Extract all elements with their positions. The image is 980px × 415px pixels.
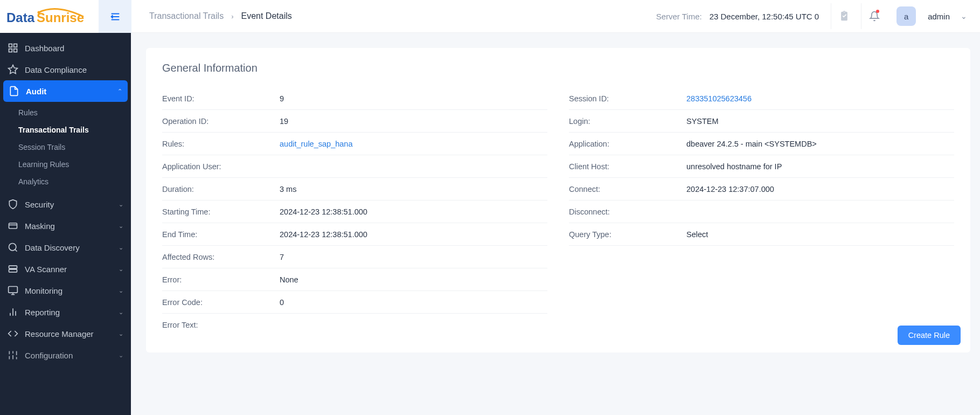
info-label: Operation ID: (162, 117, 280, 126)
sidebar-sub-learning-rules[interactable]: Learning Rules (0, 156, 131, 173)
info-row: Application:dbeaver 24.2.5 - main <SYSTE… (569, 133, 954, 155)
svg-rect-3 (9, 44, 12, 47)
scanner-icon (8, 264, 18, 274)
info-label: Login: (569, 117, 686, 126)
chevron-up-icon: ⌃ (117, 88, 122, 95)
sidebar-sub-rules[interactable]: Rules (0, 104, 131, 121)
info-row: Query Type:Select (569, 223, 954, 246)
sidebar-item-masking[interactable]: Masking ⌄ (0, 215, 131, 237)
info-value: Select (686, 230, 708, 239)
info-value: 19 (280, 117, 288, 126)
sidebar-item-data-discovery[interactable]: Data Discovery ⌄ (0, 237, 131, 258)
info-row: Application User: (162, 155, 547, 178)
info-row: Error:None (162, 268, 547, 291)
info-row: Duration:3 ms (162, 178, 547, 200)
sidebar-item-dashboard[interactable]: Dashboard (0, 37, 131, 59)
tasks-button[interactable] (831, 3, 857, 29)
svg-text:Data: Data (6, 10, 35, 25)
grid-icon (8, 43, 18, 53)
info-row: Event ID:9 (162, 87, 547, 110)
info-row: Client Host:unresolved hostname for IP (569, 155, 954, 178)
info-value: 2024-12-23 12:38:51.000 (280, 208, 367, 216)
general-info-card: General Information Event ID:9Operation … (146, 48, 970, 352)
breadcrumb-parent[interactable]: Transactional Trails (149, 11, 224, 21)
info-value: 9 (280, 94, 284, 103)
sidebar-item-label: Monitoring (25, 286, 62, 295)
sidebar-item-label: Resource Manager (25, 329, 94, 338)
svg-marker-7 (9, 65, 18, 74)
info-value-link[interactable]: audit_rule_sap_hana (280, 140, 352, 148)
sidebar-sub-session-trails[interactable]: Session Trails (0, 139, 131, 156)
server-time-label: Server Time: (656, 12, 702, 21)
chevron-down-icon: ⌄ (119, 352, 123, 359)
info-label: Application User: (162, 162, 280, 171)
info-label: Error Code: (162, 298, 280, 307)
info-label: Rules: (162, 140, 280, 148)
info-col-right: Session ID:283351025623456Login:SYSTEMAp… (569, 87, 954, 336)
notifications-button[interactable] (861, 3, 887, 29)
info-label: Affected Rows: (162, 253, 280, 261)
chevron-down-icon: ⌄ (119, 201, 123, 208)
logo[interactable]: Data Sunrise (5, 7, 92, 26)
topbar: Transactional Trails › Event Details Ser… (131, 0, 980, 33)
sidebar-item-data-compliance[interactable]: Data Compliance (0, 59, 131, 80)
info-row: Starting Time:2024-12-23 12:38:51.000 (162, 200, 547, 223)
info-row: Rules:audit_rule_sap_hana (162, 133, 547, 155)
user-menu-caret[interactable]: ⌄ (961, 12, 967, 20)
info-label: Event ID: (162, 94, 280, 103)
chevron-down-icon: ⌄ (119, 330, 123, 337)
settings-icon (8, 350, 18, 361)
info-value: dbeaver 24.2.5 - main <SYSTEMDB> (686, 140, 817, 148)
info-label: Application: (569, 140, 686, 148)
sidebar-item-va-scanner[interactable]: VA Scanner ⌄ (0, 258, 131, 280)
info-label: Client Host: (569, 162, 686, 171)
clipboard-icon (839, 11, 850, 22)
info-value: 7 (280, 253, 284, 261)
audit-submenu: Rules Transactional Trails Session Trail… (0, 102, 131, 193)
sidebar-sub-transactional-trails[interactable]: Transactional Trails (0, 121, 131, 139)
chart-icon (8, 307, 18, 317)
info-grid: Event ID:9Operation ID:19Rules:audit_rul… (162, 87, 954, 336)
sidebar-item-label: Dashboard (25, 44, 64, 53)
info-label: Starting Time: (162, 208, 280, 216)
monitor-icon (8, 285, 18, 296)
info-col-left: Event ID:9Operation ID:19Rules:audit_rul… (162, 87, 547, 336)
content: General Information Event ID:9Operation … (131, 33, 980, 415)
server-time-value: 23 December, 12:50:45 UTC 0 (710, 12, 819, 21)
sidebar-item-configuration[interactable]: Configuration ⌄ (0, 344, 131, 366)
chevron-down-icon: ⌄ (119, 244, 123, 251)
info-row: End Time:2024-12-23 12:38:51.000 (162, 223, 547, 246)
create-rule-button[interactable]: Create Rule (898, 326, 961, 345)
info-value: 2024-12-23 12:38:51.000 (280, 230, 367, 239)
sidebar-item-label: VA Scanner (25, 265, 67, 274)
info-value: 0 (280, 298, 284, 307)
sidebar-item-monitoring[interactable]: Monitoring ⌄ (0, 280, 131, 301)
sidebar-item-resource-manager[interactable]: Resource Manager ⌄ (0, 323, 131, 344)
topbar-right: Server Time: 23 December, 12:50:45 UTC 0… (656, 3, 967, 29)
info-label: Error Text: (162, 321, 280, 329)
info-value: unresolved hostname for IP (686, 162, 782, 171)
info-value: 2024-12-23 12:37:07.000 (686, 185, 774, 193)
sidebar: Data Sunrise Dashboard Data Compliance A… (0, 0, 131, 415)
sidebar-collapse-button[interactable] (99, 0, 131, 33)
file-icon (9, 86, 19, 96)
info-label: Error: (162, 275, 280, 284)
info-value-link[interactable]: 283351025623456 (686, 94, 752, 103)
sidebar-item-label: Reporting (25, 308, 60, 317)
sidebar-item-label: Configuration (25, 351, 73, 360)
info-row: Disconnect: (569, 200, 954, 223)
svg-line-10 (15, 250, 17, 252)
sidebar-sub-analytics[interactable]: Analytics (0, 173, 131, 190)
sidebar-item-audit[interactable]: Audit ⌃ (3, 80, 128, 102)
sidebar-item-reporting[interactable]: Reporting ⌄ (0, 301, 131, 323)
svg-point-9 (9, 244, 16, 251)
info-label: Disconnect: (569, 208, 686, 216)
sidebar-item-security[interactable]: Security ⌄ (0, 193, 131, 215)
avatar[interactable]: a (896, 6, 916, 26)
info-label: End Time: (162, 230, 280, 239)
info-row: Session ID:283351025623456 (569, 87, 954, 110)
svg-rect-8 (9, 223, 17, 229)
sidebar-item-label: Masking (25, 222, 55, 231)
shield-icon (8, 199, 18, 210)
info-label: Query Type: (569, 230, 686, 239)
